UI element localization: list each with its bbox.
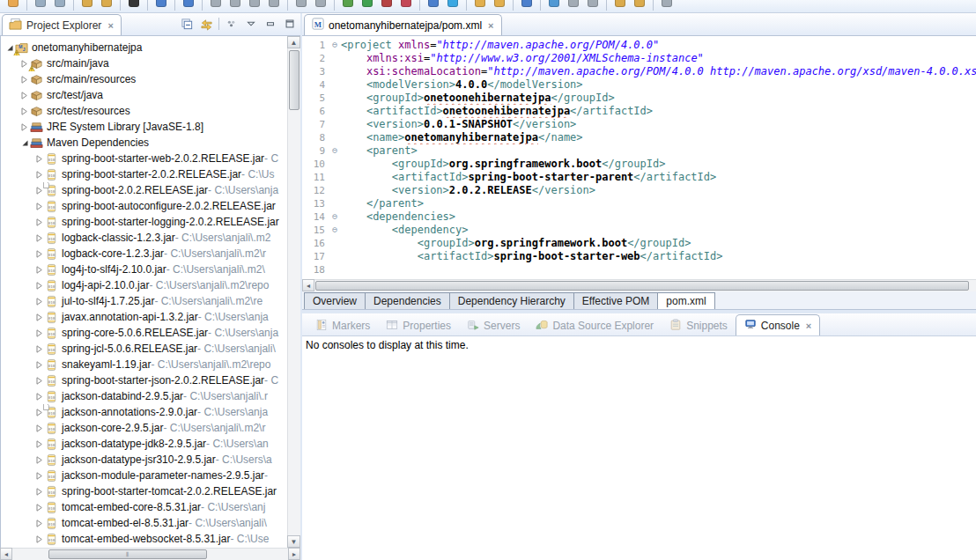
expand-arrow-icon[interactable] — [34, 329, 45, 337]
commit-icon[interactable] — [588, 0, 598, 7]
tree-item-spring-boot-starter-tomcat-2-0-2-release-jar[interactable]: 010spring-boot-starter-tomcat-2.0.2.RELE… — [1, 483, 287, 499]
pom-page-tab-pom-xml[interactable]: pom.xml — [657, 292, 714, 309]
checklist-icon[interactable] — [568, 0, 579, 7]
minimize-icon[interactable] — [263, 17, 277, 31]
expand-arrow-icon[interactable] — [34, 345, 45, 353]
tree-item-src-test-resources[interactable]: src/test/resources — [1, 103, 287, 119]
maximize-icon[interactable] — [283, 17, 297, 31]
tree-item-snakeyaml-1-19-jar[interactable]: 010snakeyaml-1.19.jar - C:\Users\anjali\… — [1, 357, 287, 372]
step-return-icon[interactable] — [315, 0, 326, 7]
view-tab-properties[interactable]: Properties — [378, 316, 459, 335]
tree-item-spring-boot-starter-2-0-2-release-jar[interactable]: 010spring-boot-starter-2.0.2.RELEASE.jar… — [1, 166, 287, 182]
expand-arrow-icon[interactable] — [34, 298, 45, 306]
tree-item-jackson-databind-2-9-5-jar[interactable]: 010jackson-databind-2.9.5.jar - C:\Users… — [1, 388, 287, 404]
view-tab-markers[interactable]: Markers — [307, 316, 378, 335]
tree-item-src-test-java[interactable]: src/test/java — [1, 87, 287, 103]
tree-item-javax-annotation-api-1-3-2-jar[interactable]: 010javax.annotation-api-1.3.2.jar - C:\U… — [1, 309, 287, 325]
collapse-all-icon[interactable] — [180, 17, 194, 31]
pom-page-tab-dependencies[interactable]: Dependencies — [365, 292, 450, 309]
pom-page-tab-effective-pom[interactable]: Effective POM — [573, 292, 658, 309]
tree-item-jackson-datatype-jsr310-2-9-5-jar[interactable]: 010jackson-datatype-jsr310-2.9.5.jar - C… — [1, 452, 287, 468]
profile-icon[interactable] — [401, 0, 411, 7]
jar-export-icon[interactable] — [101, 0, 112, 7]
save-all-icon[interactable] — [55, 0, 65, 7]
tab-pom-xml-editor[interactable]: M onetomanyhibernatejpa/pom.xml × — [304, 14, 502, 35]
scroll-up-button[interactable]: ▲ — [287, 36, 300, 48]
tree-item-spring-boot-starter-json-2-0-2-release-jar[interactable]: 010spring-boot-starter-json-2.0.2.RELEAS… — [1, 372, 287, 388]
expand-arrow-icon[interactable] — [34, 535, 45, 543]
suspend-icon[interactable] — [230, 0, 240, 7]
expand-arrow-icon[interactable] — [19, 76, 30, 84]
tree-item-jackson-core-2-9-5-jar[interactable]: 010jackson-core-2.9.5.jar - C:\Users\anj… — [1, 420, 287, 436]
editor-hscroll-thumb[interactable] — [315, 281, 969, 291]
expand-arrow-icon[interactable] — [34, 519, 45, 527]
expand-arrow-icon[interactable] — [34, 203, 45, 210]
tree-horizontal-scrollbar[interactable]: ◂ ⦀ ▸ — [0, 548, 300, 560]
tree-item-logback-classic-1-2-3-jar[interactable]: 010logback-classic-1.2.3.jar - C:\Users\… — [1, 230, 287, 246]
tree-item-jre-system-library-javase-1-8[interactable]: JRE System Library [JavaSE-1.8] — [1, 119, 287, 135]
expand-arrow-icon[interactable] — [34, 250, 45, 258]
pom-page-tab-overview[interactable]: Overview — [304, 292, 366, 309]
tree-item-spring-jcl-5-0-6-release-jar[interactable]: 010spring-jcl-5.0.6.RELEASE.jar - C:\Use… — [1, 341, 287, 357]
expand-arrow-icon[interactable] — [34, 218, 45, 226]
record-icon[interactable] — [129, 0, 139, 7]
expand-arrow-icon[interactable] — [34, 456, 45, 464]
tree-item-spring-boot-autoconfigure-2-0-2-release-jar[interactable]: 010spring-boot-autoconfigure-2.0.2.RELEA… — [1, 198, 287, 214]
step-over-icon[interactable] — [296, 0, 307, 7]
view-filters-icon[interactable] — [225, 17, 239, 31]
pom-page-tab-dependency-hierarchy[interactable]: Dependency Hierarchy — [449, 292, 574, 309]
fold-collapse-icon[interactable]: ⊖ — [329, 39, 341, 52]
search-icon[interactable] — [183, 0, 194, 7]
tree-item-src-main-java[interactable]: src/main/java — [1, 55, 287, 71]
terminate-icon[interactable] — [249, 0, 260, 7]
expand-arrow-icon[interactable] — [19, 92, 30, 99]
collapse-arrow-icon[interactable] — [19, 139, 30, 147]
remote-desktop-icon[interactable] — [156, 0, 166, 7]
tree-item-jul-to-slf4j-1-7-25-jar[interactable]: 010jul-to-slf4j-1.7.25.jar - C:\Users\an… — [1, 293, 287, 309]
expand-arrow-icon[interactable] — [34, 440, 45, 448]
view-tab-data-source-explorer[interactable]: Data Source Explorer — [528, 316, 662, 335]
open-folder-icon[interactable] — [475, 0, 485, 7]
tree-item-spring-boot-starter-web-2-0-2-release-jar[interactable]: 010spring-boot-starter-web-2.0.2.RELEASE… — [1, 151, 287, 166]
tree-item-log4j-to-slf4j-2-10-0-jar[interactable]: 010log4j-to-slf4j-2.10.0.jar - C:\Users\… — [1, 262, 287, 277]
expand-arrow-icon[interactable] — [19, 123, 30, 131]
close-icon[interactable]: × — [488, 20, 493, 31]
tree-item-spring-boot-2-0-2-release-jar[interactable]: 010spring-boot-2.0.2.RELEASE.jar - C:\Us… — [1, 182, 287, 198]
view-tab-console[interactable]: Console× — [736, 314, 820, 335]
validate-icon[interactable] — [549, 0, 559, 7]
tree-item-jackson-annotations-2-9-0-jar[interactable]: 010jackson-annotations-2.9.0.jar - C:\Us… — [1, 404, 287, 420]
pom-xml-source[interactable]: 1⊖<project xmlns="http://maven.apache.or… — [302, 36, 976, 279]
tree-item-tomcat-embed-core-8-5-31-jar[interactable]: 010tomcat-embed-core-8.5.31.jar - C:\Use… — [1, 499, 287, 515]
back-icon[interactable] — [615, 0, 625, 7]
step-into-icon[interactable] — [269, 0, 279, 7]
forward-icon[interactable] — [634, 0, 645, 7]
skype-icon[interactable] — [447, 0, 458, 7]
expand-arrow-icon[interactable] — [19, 107, 30, 115]
expand-arrow-icon[interactable] — [34, 282, 45, 290]
view-tab-snippets[interactable]: Snippets — [662, 316, 736, 335]
tree-item-jackson-datatype-jdk8-2-9-5-jar[interactable]: 010jackson-datatype-jdk8-2.9.5.jar - C:\… — [1, 436, 287, 452]
tree-item-spring-boot-starter-logging-2-0-2-release-jar[interactable]: 010spring-boot-starter-logging-2.0.2.REL… — [1, 214, 287, 230]
debug-icon[interactable] — [343, 0, 353, 7]
expand-arrow-icon[interactable] — [34, 234, 45, 242]
expand-arrow-icon[interactable] — [34, 361, 45, 369]
view-menu-icon[interactable] — [244, 17, 258, 31]
fold-collapse-icon[interactable]: ⊖ — [329, 224, 341, 237]
tab-project-explorer[interactable]: Project Explorer × — [2, 14, 122, 35]
expand-arrow-icon[interactable] — [34, 155, 45, 163]
save-icon[interactable] — [35, 0, 46, 7]
expand-arrow-icon[interactable] — [34, 266, 45, 274]
expand-arrow-icon[interactable] — [34, 393, 45, 401]
expand-arrow-icon[interactable] — [34, 313, 45, 321]
scroll-down-button[interactable]: ▼ — [287, 535, 300, 548]
expand-arrow-icon[interactable] — [34, 504, 45, 512]
run-icon[interactable] — [362, 0, 373, 7]
editor-horizontal-scrollbar[interactable]: ◂ — [302, 279, 976, 291]
expand-arrow-icon[interactable] — [34, 472, 45, 480]
forward-alt-icon[interactable] — [662, 0, 672, 7]
expand-arrow-icon[interactable] — [34, 377, 45, 385]
new-file-icon[interactable] — [8, 0, 18, 7]
tree-vertical-scrollbar[interactable]: ▲ ▼ — [287, 36, 300, 548]
link-with-editor-icon[interactable] — [199, 17, 213, 31]
globe-icon[interactable] — [521, 0, 532, 7]
